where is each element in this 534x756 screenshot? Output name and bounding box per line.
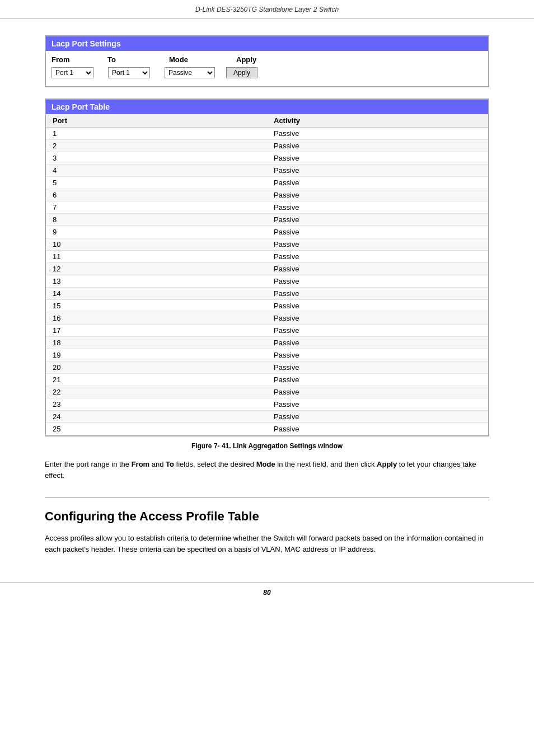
table-row: 21Passive [46,374,488,386]
port-cell: 12 [46,263,267,275]
activity-cell: Passive [267,386,488,398]
table-row: 13Passive [46,275,488,288]
activity-cell: Passive [267,263,488,275]
form-inputs-row: Port 1 Port 2 Port 3 Port 4 Port 5 Port … [51,67,483,78]
section-text: Access profiles allow you to establish c… [45,533,489,555]
port-cell: 9 [46,226,267,238]
activity-cell: Passive [267,337,488,349]
activity-cell: Passive [267,325,488,337]
col-activity: Activity [267,114,488,128]
table-row: 3Passive [46,152,488,165]
col-port: Port [46,114,267,128]
activity-cell: Passive [267,423,488,435]
port-cell: 23 [46,398,267,411]
settings-form: From To Mode Apply Port 1 Port 2 Port 3 … [46,51,488,86]
port-cell: 25 [46,423,267,435]
lacp-port-table-box: Lacp Port Table Port Activity 1Passive2P… [45,98,489,436]
port-cell: 19 [46,349,267,361]
port-cell: 2 [46,140,267,152]
table-row: 22Passive [46,386,488,398]
activity-cell: Passive [267,214,488,226]
table-row: 5Passive [46,177,488,189]
table-row: 24Passive [46,411,488,423]
table-row: 15Passive [46,300,488,312]
table-row: 10Passive [46,238,488,251]
table-row: 18Passive [46,337,488,349]
table-row: 14Passive [46,288,488,300]
form-labels-row: From To Mode Apply [51,55,483,64]
activity-cell: Passive [267,312,488,325]
table-row: 8Passive [46,214,488,226]
port-cell: 16 [46,312,267,325]
port-cell: 14 [46,288,267,300]
lacp-port-table: Port Activity 1Passive2Passive3Passive4P… [46,114,488,435]
from-label: From [51,55,96,64]
lacp-port-table-title: Lacp Port Table [46,100,488,114]
mode-select[interactable]: Passive Active [165,67,215,78]
port-cell: 6 [46,189,267,201]
activity-cell: Passive [267,411,488,423]
from-select[interactable]: Port 1 Port 2 Port 3 Port 4 Port 5 [51,67,93,78]
port-cell: 22 [46,386,267,398]
activity-cell: Passive [267,349,488,361]
port-cell: 13 [46,275,267,288]
table-row: 19Passive [46,349,488,361]
port-cell: 1 [46,128,267,140]
page-number: 80 [263,589,270,597]
port-cell: 4 [46,165,267,177]
port-cell: 11 [46,251,267,263]
lacp-port-settings-title: Lacp Port Settings [46,36,488,51]
page-header: D-Link DES-3250TG Standalone Layer 2 Swi… [0,0,534,18]
activity-cell: Passive [267,300,488,312]
table-row: 11Passive [46,251,488,263]
page-content: Lacp Port Settings From To Mode Apply Po… [0,18,534,566]
activity-cell: Passive [267,275,488,288]
figure-caption: Figure 7- 41. Link Aggregation Settings … [45,442,489,450]
port-cell: 18 [46,337,267,349]
table-row: 4Passive [46,165,488,177]
page-footer: 80 [0,583,534,602]
to-label: To [107,55,158,64]
table-row: 7Passive [46,201,488,214]
description-text: Enter the port range in the From and To … [45,459,489,481]
section-heading: Configuring the Access Profile Table [45,509,489,524]
activity-cell: Passive [267,374,488,386]
apply-button[interactable]: Apply [226,67,257,78]
mode-label: Mode [169,55,225,64]
lacp-port-settings-box: Lacp Port Settings From To Mode Apply Po… [45,35,489,87]
table-row: 25Passive [46,423,488,435]
port-cell: 24 [46,411,267,423]
activity-cell: Passive [267,128,488,140]
port-cell: 3 [46,152,267,165]
port-cell: 17 [46,325,267,337]
activity-cell: Passive [267,165,488,177]
port-cell: 8 [46,214,267,226]
apply-label: Apply [236,55,256,64]
port-cell: 21 [46,374,267,386]
table-row: 6Passive [46,189,488,201]
table-row: 23Passive [46,398,488,411]
port-cell: 7 [46,201,267,214]
activity-cell: Passive [267,398,488,411]
activity-cell: Passive [267,201,488,214]
activity-cell: Passive [267,189,488,201]
activity-cell: Passive [267,140,488,152]
header-title: D-Link DES-3250TG Standalone Layer 2 Swi… [195,6,339,13]
port-cell: 15 [46,300,267,312]
table-row: 20Passive [46,361,488,374]
port-cell: 10 [46,238,267,251]
activity-cell: Passive [267,238,488,251]
section-divider [45,497,489,498]
activity-cell: Passive [267,251,488,263]
to-select[interactable]: Port 1 Port 2 Port 3 Port 4 Port 5 [108,67,150,78]
table-row: 16Passive [46,312,488,325]
activity-cell: Passive [267,177,488,189]
port-cell: 20 [46,361,267,374]
table-row: 12Passive [46,263,488,275]
activity-cell: Passive [267,288,488,300]
table-row: 17Passive [46,325,488,337]
activity-cell: Passive [267,361,488,374]
activity-cell: Passive [267,226,488,238]
table-row: 1Passive [46,128,488,140]
table-row: 9Passive [46,226,488,238]
